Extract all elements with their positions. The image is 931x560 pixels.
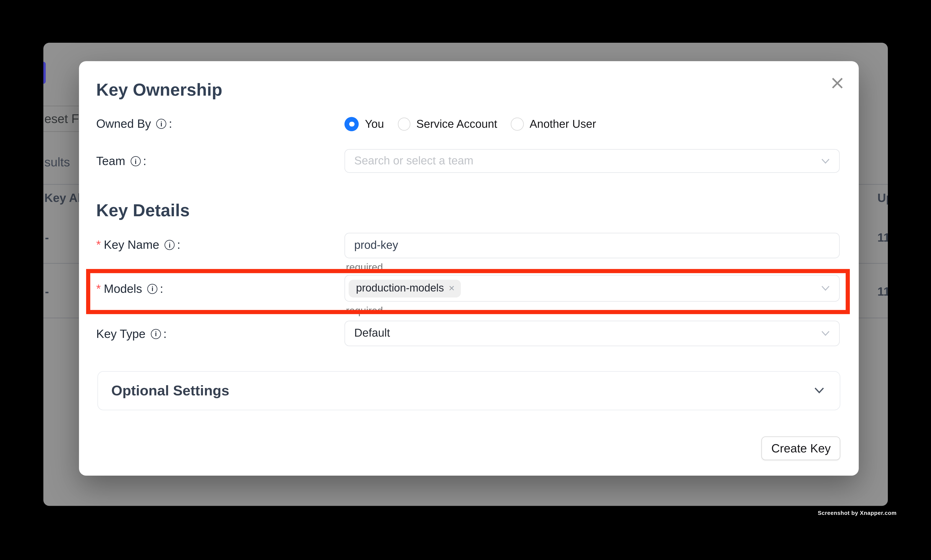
owned-by-radio-group: You Service Account Another User	[345, 117, 610, 131]
section-title-key-details: Key Details	[96, 201, 189, 220]
info-icon[interactable]: i	[165, 240, 175, 250]
owned-by-label-text: Owned By	[96, 117, 151, 131]
key-type-label: Key Type i :	[96, 327, 166, 341]
key-name-label-text: Key Name	[104, 238, 159, 252]
radio-unselected-icon	[398, 118, 411, 130]
label-colon: :	[143, 155, 146, 168]
radio-label: Service Account	[416, 118, 497, 131]
divider	[43, 105, 83, 106]
table-row-cell: 11/	[877, 285, 888, 298]
radio-you[interactable]: You	[345, 117, 384, 131]
key-name-input[interactable]	[345, 232, 840, 258]
close-icon	[828, 74, 846, 92]
table-row-cell: 11/	[877, 231, 888, 245]
create-key-modal: Key Ownership Owned By i : You Service A…	[79, 62, 859, 475]
watermark-text: Screenshot by Xnapper.com	[818, 509, 897, 516]
key-name-label: * Key Name i :	[96, 238, 180, 252]
chevron-down-icon	[821, 331, 829, 336]
column-header-updated: Up	[877, 191, 888, 205]
close-button[interactable]	[828, 74, 846, 93]
info-icon[interactable]: i	[151, 329, 161, 339]
label-colon: :	[169, 117, 172, 131]
results-count-fragment: sults	[44, 155, 70, 169]
optional-settings-accordion[interactable]: Optional Settings	[98, 371, 840, 411]
screenshot-canvas: eset Filt sults Key Alia Up - 11/ - 11/ …	[0, 0, 931, 560]
optional-settings-title: Optional Settings	[111, 382, 229, 399]
radio-label: You	[365, 118, 384, 131]
key-type-label-text: Key Type	[96, 327, 145, 341]
info-icon[interactable]: i	[131, 156, 141, 166]
chevron-down-icon	[821, 158, 829, 164]
create-key-button-label: Create Key	[771, 442, 831, 455]
table-row-cell: -	[45, 285, 49, 298]
create-key-button[interactable]: Create Key	[762, 437, 840, 460]
radio-unselected-icon	[511, 118, 524, 130]
required-asterisk: *	[96, 238, 101, 252]
table-row-cell: -	[45, 231, 49, 245]
team-select-placeholder: Search or select a team	[345, 154, 473, 168]
info-icon[interactable]: i	[156, 119, 166, 129]
team-label-text: Team	[96, 155, 125, 168]
create-key-button-fragment	[43, 62, 46, 84]
radio-selected-icon	[345, 117, 359, 131]
radio-label: Another User	[530, 118, 596, 131]
team-select[interactable]: Search or select a team	[345, 149, 840, 173]
team-label: Team i :	[96, 155, 146, 168]
radio-service-account[interactable]: Service Account	[398, 118, 497, 131]
label-colon: :	[163, 327, 166, 341]
annotation-highlight-models-row	[86, 269, 850, 314]
key-type-selected-value: Default	[345, 327, 390, 340]
owned-by-label: Owned By i :	[96, 117, 172, 131]
section-title-key-ownership: Key Ownership	[96, 80, 222, 100]
radio-another-user[interactable]: Another User	[511, 118, 596, 131]
label-colon: :	[177, 238, 180, 252]
key-type-select[interactable]: Default	[345, 320, 840, 346]
divider	[43, 131, 83, 132]
chevron-down-icon	[814, 388, 824, 394]
